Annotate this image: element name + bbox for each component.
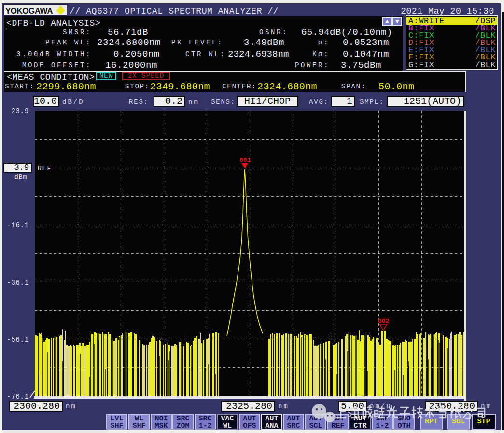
svg-text:REF: REF	[38, 165, 52, 172]
svg-text:002: 002	[378, 318, 390, 325]
svg-text:001: 001	[239, 157, 251, 164]
